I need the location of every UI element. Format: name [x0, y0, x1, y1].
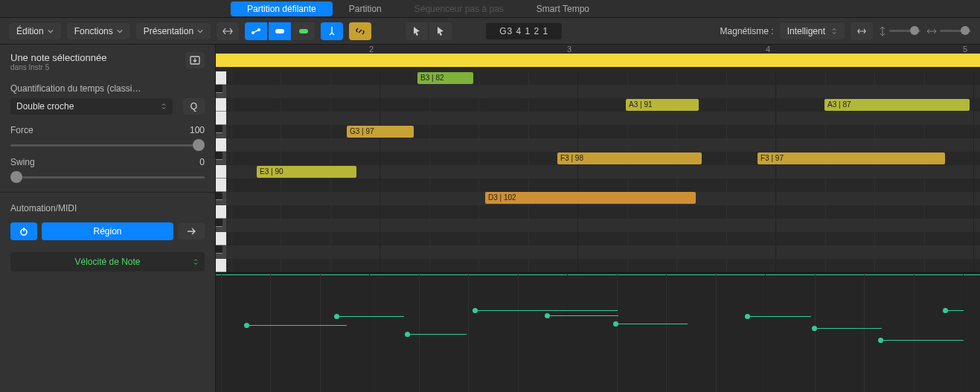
chevron-down-icon: [197, 28, 203, 34]
beat-line: [914, 273, 915, 392]
automation-next-button[interactable]: [178, 223, 205, 240]
automation-point[interactable]: [545, 313, 550, 318]
automation-segment[interactable]: [615, 324, 688, 324]
snap-value: Intelligent: [787, 26, 825, 36]
automation-segment[interactable]: [246, 325, 347, 326]
menu-view[interactable]: Présentation: [136, 23, 211, 39]
ruler-bar-number: 5: [963, 45, 967, 54]
automation-point[interactable]: [244, 323, 249, 328]
inspector-expand-button[interactable]: [185, 52, 205, 68]
beat-line: [518, 273, 519, 392]
bar-line: [963, 273, 964, 392]
automation-point[interactable]: [334, 314, 339, 319]
note-lane: [226, 259, 980, 272]
midi-note[interactable]: A3 | 91: [626, 99, 699, 111]
automation-segment[interactable]: [814, 328, 882, 329]
automation-param-value: Vélocité de Note: [74, 257, 140, 267]
bar-line: [577, 71, 578, 272]
piano-key[interactable]: [216, 205, 226, 219]
quantize-button[interactable]: Q: [183, 98, 205, 115]
midi-note[interactable]: B3 | 82: [417, 72, 473, 84]
note-lane: [226, 138, 980, 152]
piano-key[interactable]: [216, 165, 226, 179]
midi-note[interactable]: E3 | 90: [257, 166, 356, 178]
automation-point[interactable]: [745, 314, 750, 319]
scissors-icon: [326, 25, 338, 37]
swing-value: 0: [199, 157, 205, 167]
beat-line: [617, 273, 618, 392]
automation-point[interactable]: [473, 308, 478, 313]
piano-key[interactable]: [216, 259, 226, 272]
automation-point[interactable]: [943, 308, 948, 313]
piano-key[interactable]: [216, 152, 222, 160]
snap-to-grid-button[interactable]: [851, 22, 873, 40]
midi-draw-button[interactable]: [245, 22, 267, 40]
automation-power-button[interactable]: [10, 222, 37, 240]
quantize-label: Quantification du temps (classi…: [10, 83, 205, 94]
strength-slider[interactable]: [10, 144, 205, 147]
arrow-right-icon: [186, 227, 196, 236]
automation-segment[interactable]: [747, 316, 811, 317]
automation-segment[interactable]: [547, 315, 618, 316]
collapse-icon: [222, 25, 234, 37]
midi-note[interactable]: G3 | 97: [347, 126, 414, 138]
zoom-horizontal[interactable]: [926, 28, 971, 35]
quantize-select[interactable]: Double croche: [10, 98, 173, 115]
catch-button[interactable]: [321, 22, 343, 40]
menu-functions[interactable]: Fonctions: [67, 23, 130, 39]
position-display[interactable]: G3 4 1 2 1: [486, 23, 562, 39]
tab-piano-roll[interactable]: Partition défilante: [231, 1, 333, 16]
tab-score[interactable]: Partition: [333, 1, 398, 16]
automation-segment[interactable]: [407, 334, 467, 335]
piano-key[interactable]: [216, 232, 226, 245]
midi-note[interactable]: D3 | 102: [485, 192, 696, 204]
piano-key[interactable]: [216, 179, 226, 192]
automation-region-button[interactable]: Région: [42, 222, 173, 240]
automation-point[interactable]: [812, 326, 817, 331]
piano-roll-editor[interactable]: 2345 B3 | 82A3 | 91A3 | 87G3 | 97F3 | 98…: [216, 45, 980, 392]
beat-line: [716, 273, 717, 392]
piano-key[interactable]: [216, 138, 226, 152]
midi-note[interactable]: F3 | 98: [557, 152, 702, 164]
collapse-button[interactable]: [217, 22, 239, 40]
midi-out-button[interactable]: [292, 22, 315, 40]
automation-point[interactable]: [878, 338, 883, 343]
tool-alt[interactable]: [429, 22, 452, 40]
updown-icon: [193, 259, 199, 265]
midi-in-button[interactable]: [269, 22, 291, 40]
piano-keyboard[interactable]: [216, 71, 226, 272]
menu-edit[interactable]: Édition: [9, 23, 61, 39]
zoom-v-icon: [879, 26, 886, 36]
piano-key[interactable]: [216, 219, 222, 227]
piano-key[interactable]: [216, 192, 222, 200]
beat-line: [528, 71, 529, 272]
piano-key[interactable]: [216, 98, 226, 112]
automation-segment[interactable]: [880, 340, 964, 341]
automation-segment[interactable]: [475, 310, 618, 311]
midi-note[interactable]: F3 | 97: [758, 152, 945, 164]
piano-key[interactable]: [216, 112, 226, 125]
snap-select[interactable]: Intelligent: [780, 23, 845, 39]
link-button[interactable]: [349, 22, 371, 40]
automation-lane[interactable]: [216, 272, 980, 392]
bar-line: [369, 273, 370, 392]
tab-step-sequencer[interactable]: Séquenceur pas à pas: [398, 1, 520, 16]
beat-line: [221, 273, 222, 392]
swing-slider[interactable]: [10, 176, 205, 179]
midi-note[interactable]: A3 | 87: [824, 99, 970, 111]
midi-draw-icon: [250, 25, 262, 37]
updown-icon: [831, 28, 837, 34]
automation-segment[interactable]: [336, 316, 404, 317]
piano-key[interactable]: [216, 71, 226, 85]
automation-param-select[interactable]: Vélocité de Note: [10, 252, 205, 271]
piano-key[interactable]: [216, 125, 222, 133]
tool-pointer[interactable]: [406, 22, 428, 40]
zoom-vertical[interactable]: [879, 26, 920, 36]
beat-line: [320, 273, 321, 392]
automation-point[interactable]: [405, 332, 410, 337]
tab-smart-tempo[interactable]: Smart Tempo: [520, 1, 606, 16]
piano-key[interactable]: [216, 245, 222, 254]
piano-key[interactable]: [216, 85, 222, 93]
cycle-region[interactable]: [216, 54, 980, 67]
automation-point[interactable]: [613, 321, 618, 327]
